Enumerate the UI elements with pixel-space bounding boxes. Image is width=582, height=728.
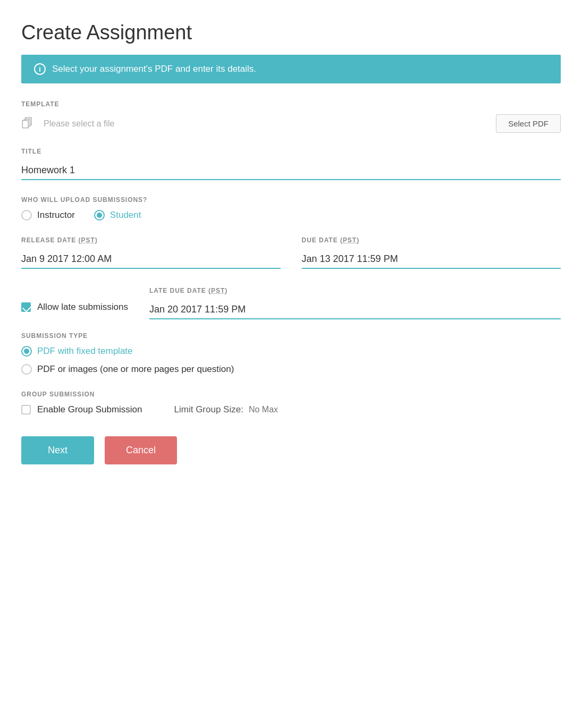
uploader-radio-group: Instructor Student — [21, 210, 561, 221]
pdf-fixed-label: PDF with fixed template — [37, 346, 133, 357]
enable-group-label: Enable Group Submission — [37, 404, 142, 415]
pdf-images-option[interactable]: PDF or images (one or more pages per que… — [21, 364, 561, 375]
late-due-date-abbr: PST — [211, 287, 225, 294]
pdf-fixed-radio[interactable] — [21, 346, 32, 357]
late-due-date-field: LATE DUE DATE (PST) — [149, 287, 561, 319]
due-date-abbr: PST — [343, 236, 357, 244]
instructor-radio[interactable] — [21, 210, 32, 221]
next-button[interactable]: Next — [21, 436, 94, 464]
file-icon: 🗍 — [21, 117, 33, 131]
pdf-images-label: PDF or images (one or more pages per que… — [37, 364, 234, 375]
upload-label: WHO WILL UPLOAD SUBMISSIONS? — [21, 196, 561, 204]
late-submissions-checkbox[interactable] — [21, 302, 31, 312]
upload-section: WHO WILL UPLOAD SUBMISSIONS? Instructor … — [21, 196, 561, 221]
info-icon: i — [34, 63, 46, 75]
release-date-abbr: PST — [81, 236, 95, 244]
dates-section: RELEASE DATE (PST) DUE DATE (PST) — [21, 236, 561, 274]
late-due-date-label: LATE DUE DATE (PST) — [149, 287, 561, 294]
late-submissions-row: Allow late submissions LATE DUE DATE (PS… — [21, 287, 561, 319]
late-submissions-label: Allow late submissions — [37, 302, 128, 312]
student-radio-option[interactable]: Student — [94, 210, 141, 221]
due-date-label: DUE DATE (PST) — [302, 236, 561, 244]
page-title: Create Assignment — [21, 21, 561, 44]
student-radio[interactable] — [94, 210, 105, 221]
submission-type-section: SUBMISSION TYPE PDF with fixed template … — [21, 332, 561, 375]
buttons-row: Next Cancel — [21, 436, 561, 464]
template-label: TEMPLATE — [21, 100, 561, 108]
template-row: 🗍 Please select a file Select PDF — [21, 114, 561, 133]
release-date-label: RELEASE DATE (PST) — [21, 236, 281, 244]
due-date-input[interactable] — [302, 250, 561, 269]
limit-group-size: Limit Group Size: — [174, 404, 291, 415]
select-pdf-button[interactable]: Select PDF — [496, 114, 561, 133]
group-submission-row: Enable Group Submission Limit Group Size… — [21, 404, 561, 415]
limit-group-input[interactable] — [249, 405, 291, 414]
cancel-button[interactable]: Cancel — [105, 436, 177, 464]
enable-group-checkbox[interactable] — [21, 405, 31, 414]
title-input[interactable] — [21, 162, 561, 180]
instructor-label: Instructor — [37, 210, 75, 221]
enable-group-option[interactable]: Enable Group Submission — [21, 404, 142, 415]
limit-group-label: Limit Group Size: — [174, 404, 243, 415]
file-placeholder: Please select a file — [44, 119, 485, 129]
pdf-fixed-option[interactable]: PDF with fixed template — [21, 346, 561, 357]
group-submission-label: GROUP SUBMISSION — [21, 391, 561, 398]
title-section: TITLE — [21, 148, 561, 180]
banner-text: Select your assignment's PDF and enter i… — [52, 64, 256, 74]
dates-grid: RELEASE DATE (PST) DUE DATE (PST) — [21, 236, 561, 274]
late-submissions-option[interactable]: Allow late submissions — [21, 287, 128, 312]
instructor-radio-option[interactable]: Instructor — [21, 210, 75, 221]
info-banner: i Select your assignment's PDF and enter… — [21, 55, 561, 83]
submission-type-options: PDF with fixed template PDF or images (o… — [21, 346, 561, 375]
template-section: TEMPLATE 🗍 Please select a file Select P… — [21, 100, 561, 133]
submission-type-label: SUBMISSION TYPE — [21, 332, 561, 340]
release-date-input[interactable] — [21, 250, 281, 269]
student-label: Student — [110, 210, 141, 221]
late-due-date-input[interactable] — [149, 301, 561, 319]
release-date-field: RELEASE DATE (PST) — [21, 236, 281, 269]
group-submission-section: GROUP SUBMISSION Enable Group Submission… — [21, 391, 561, 415]
title-label: TITLE — [21, 148, 561, 155]
pdf-images-radio[interactable] — [21, 364, 32, 375]
due-date-field: DUE DATE (PST) — [302, 236, 561, 269]
